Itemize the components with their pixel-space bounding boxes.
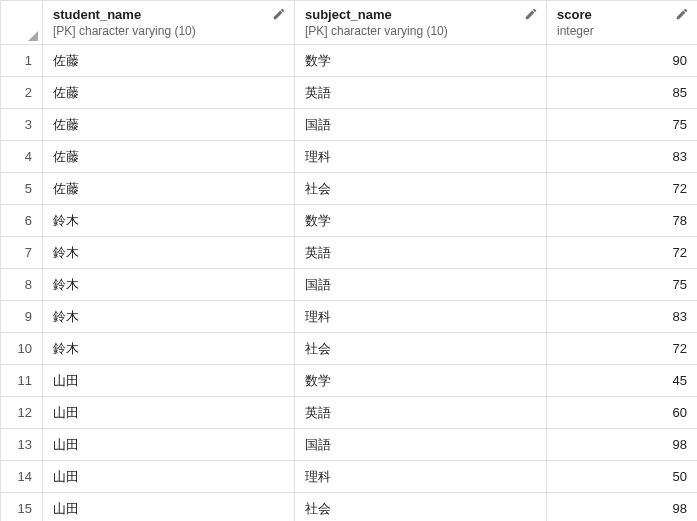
column-name: student_name	[53, 7, 286, 22]
select-all-triangle-icon[interactable]	[28, 31, 38, 41]
pencil-icon[interactable]	[675, 7, 689, 21]
cell-student-name[interactable]: 佐藤	[43, 141, 295, 173]
cell-student-name[interactable]: 鈴木	[43, 205, 295, 237]
cell-student-name[interactable]: 山田	[43, 397, 295, 429]
table-row[interactable]: 8鈴木国語75	[1, 269, 698, 301]
column-name: subject_name	[305, 7, 538, 22]
column-header-student-name[interactable]: student_name [PK] character varying (10)	[43, 1, 295, 45]
data-table: student_name [PK] character varying (10)…	[0, 0, 697, 521]
cell-student-name[interactable]: 山田	[43, 365, 295, 397]
cell-subject-name[interactable]: 数学	[295, 365, 547, 397]
row-number[interactable]: 9	[1, 301, 43, 333]
table-row[interactable]: 15山田社会98	[1, 493, 698, 522]
table-row[interactable]: 7鈴木英語72	[1, 237, 698, 269]
cell-score[interactable]: 98	[547, 429, 698, 461]
table-row[interactable]: 11山田数学45	[1, 365, 698, 397]
pencil-icon[interactable]	[524, 7, 538, 21]
row-number[interactable]: 8	[1, 269, 43, 301]
row-number[interactable]: 11	[1, 365, 43, 397]
table-row[interactable]: 9鈴木理科83	[1, 301, 698, 333]
cell-subject-name[interactable]: 国語	[295, 269, 547, 301]
row-number[interactable]: 6	[1, 205, 43, 237]
cell-subject-name[interactable]: 国語	[295, 109, 547, 141]
cell-subject-name[interactable]: 数学	[295, 45, 547, 77]
cell-student-name[interactable]: 鈴木	[43, 333, 295, 365]
cell-score[interactable]: 83	[547, 301, 698, 333]
cell-subject-name[interactable]: 英語	[295, 77, 547, 109]
column-type: [PK] character varying (10)	[53, 24, 286, 38]
column-name: score	[557, 7, 689, 22]
table-row[interactable]: 6鈴木数学78	[1, 205, 698, 237]
row-number-header[interactable]	[1, 1, 43, 45]
cell-subject-name[interactable]: 理科	[295, 461, 547, 493]
cell-score[interactable]: 75	[547, 269, 698, 301]
cell-score[interactable]: 60	[547, 397, 698, 429]
cell-student-name[interactable]: 鈴木	[43, 269, 295, 301]
cell-subject-name[interactable]: 国語	[295, 429, 547, 461]
table-row[interactable]: 10鈴木社会72	[1, 333, 698, 365]
row-number[interactable]: 2	[1, 77, 43, 109]
row-number[interactable]: 12	[1, 397, 43, 429]
cell-subject-name[interactable]: 社会	[295, 493, 547, 522]
table-row[interactable]: 13山田国語98	[1, 429, 698, 461]
row-number[interactable]: 14	[1, 461, 43, 493]
cell-score[interactable]: 98	[547, 493, 698, 522]
cell-score[interactable]: 50	[547, 461, 698, 493]
cell-score[interactable]: 72	[547, 333, 698, 365]
pencil-icon[interactable]	[272, 7, 286, 21]
cell-subject-name[interactable]: 社会	[295, 173, 547, 205]
cell-score[interactable]: 45	[547, 365, 698, 397]
cell-student-name[interactable]: 山田	[43, 493, 295, 522]
cell-student-name[interactable]: 佐藤	[43, 45, 295, 77]
row-number[interactable]: 13	[1, 429, 43, 461]
table-row[interactable]: 2佐藤英語85	[1, 77, 698, 109]
cell-score[interactable]: 72	[547, 173, 698, 205]
table-row[interactable]: 1佐藤数学90	[1, 45, 698, 77]
cell-subject-name[interactable]: 数学	[295, 205, 547, 237]
header-row: student_name [PK] character varying (10)…	[1, 1, 698, 45]
cell-score[interactable]: 78	[547, 205, 698, 237]
cell-score[interactable]: 75	[547, 109, 698, 141]
cell-score[interactable]: 72	[547, 237, 698, 269]
cell-student-name[interactable]: 佐藤	[43, 77, 295, 109]
row-number[interactable]: 15	[1, 493, 43, 522]
row-number[interactable]: 5	[1, 173, 43, 205]
cell-score[interactable]: 83	[547, 141, 698, 173]
column-type: integer	[557, 24, 689, 38]
cell-score[interactable]: 85	[547, 77, 698, 109]
cell-subject-name[interactable]: 理科	[295, 301, 547, 333]
column-header-subject-name[interactable]: subject_name [PK] character varying (10)	[295, 1, 547, 45]
column-header-score[interactable]: score integer	[547, 1, 698, 45]
cell-subject-name[interactable]: 英語	[295, 397, 547, 429]
cell-student-name[interactable]: 鈴木	[43, 237, 295, 269]
row-number[interactable]: 10	[1, 333, 43, 365]
cell-subject-name[interactable]: 英語	[295, 237, 547, 269]
table-row[interactable]: 3佐藤国語75	[1, 109, 698, 141]
table-row[interactable]: 14山田理科50	[1, 461, 698, 493]
row-number[interactable]: 3	[1, 109, 43, 141]
cell-student-name[interactable]: 山田	[43, 429, 295, 461]
cell-student-name[interactable]: 佐藤	[43, 173, 295, 205]
table-row[interactable]: 4佐藤理科83	[1, 141, 698, 173]
cell-score[interactable]: 90	[547, 45, 698, 77]
row-number[interactable]: 1	[1, 45, 43, 77]
column-type: [PK] character varying (10)	[305, 24, 538, 38]
cell-subject-name[interactable]: 理科	[295, 141, 547, 173]
table-row[interactable]: 5佐藤社会72	[1, 173, 698, 205]
row-number[interactable]: 4	[1, 141, 43, 173]
row-number[interactable]: 7	[1, 237, 43, 269]
cell-subject-name[interactable]: 社会	[295, 333, 547, 365]
cell-student-name[interactable]: 山田	[43, 461, 295, 493]
table-row[interactable]: 12山田英語60	[1, 397, 698, 429]
cell-student-name[interactable]: 佐藤	[43, 109, 295, 141]
cell-student-name[interactable]: 鈴木	[43, 301, 295, 333]
